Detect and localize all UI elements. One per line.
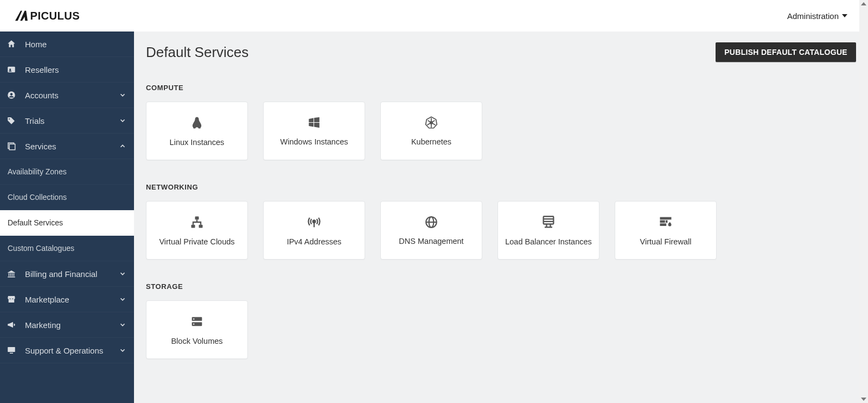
sidebar-item-label: Accounts	[25, 91, 59, 100]
chevron-down-icon	[119, 295, 126, 303]
svg-text:PICULUS: PICULUS	[30, 10, 80, 22]
publish-button[interactable]: PUBLISH DEFAULT CATALOGUE	[716, 42, 856, 62]
sidebar-item-home[interactable]: Home	[0, 32, 134, 57]
badge-icon	[5, 65, 17, 74]
sidebar-sub-availability-zones[interactable]: Availability Zones	[0, 159, 134, 185]
header: PICULUS Administration	[0, 0, 868, 32]
page-title: Default Services	[146, 44, 248, 61]
sidebar-item-label: Home	[25, 40, 47, 49]
svg-rect-10	[12, 273, 13, 276]
card-block-volumes[interactable]: Block Volumes	[146, 300, 248, 359]
cards-networking: Virtual Private Clouds IPv4 Addresses DN…	[146, 201, 856, 260]
card-loadbalancer[interactable]: Load Balancer Instances	[497, 201, 599, 260]
sidebar-item-label: Resellers	[25, 65, 59, 74]
chevron-up-icon	[119, 142, 126, 150]
svg-point-5	[9, 118, 10, 119]
section-title-storage: STORAGE	[146, 282, 856, 291]
card-label: Kubernetes	[411, 137, 451, 146]
sidebar-sub-cloud-collections[interactable]: Cloud Collections	[0, 185, 134, 210]
globe-icon	[424, 215, 438, 229]
card-label: Virtual Firewall	[640, 237, 692, 246]
card-windows-instances[interactable]: Windows Instances	[263, 102, 365, 160]
svg-rect-33	[660, 221, 665, 223]
card-linux-instances[interactable]: Linux Instances	[146, 102, 248, 160]
svg-rect-20	[199, 225, 203, 228]
svg-rect-13	[9, 299, 15, 303]
admin-dropdown-label: Administration	[787, 11, 839, 21]
tag-icon	[5, 116, 17, 125]
card-label: Block Volumes	[171, 337, 222, 345]
sidebar-sub-label: Cloud Collections	[8, 193, 67, 202]
svg-rect-12	[8, 276, 15, 278]
sidebar-item-label: Trials	[25, 116, 44, 125]
broadcast-icon	[307, 215, 322, 230]
linux-icon	[189, 115, 205, 130]
loadbalancer-icon	[541, 215, 556, 230]
svg-point-38	[193, 318, 194, 319]
svg-rect-7	[9, 144, 15, 150]
sidebar-item-marketplace[interactable]: Marketplace	[0, 287, 134, 312]
svg-rect-26	[544, 217, 554, 224]
svg-rect-19	[192, 225, 195, 228]
card-label: Load Balancer Instances	[505, 237, 592, 246]
card-ipv4[interactable]: IPv4 Addresses	[263, 201, 365, 260]
sidebar: Home Resellers Accounts Trials	[0, 32, 134, 403]
card-firewall[interactable]: Virtual Firewall	[615, 201, 717, 260]
firewall-icon	[658, 215, 673, 230]
sidebar-item-marketing[interactable]: Marketing	[0, 312, 134, 338]
svg-rect-34	[666, 221, 668, 223]
svg-rect-18	[195, 217, 199, 220]
section-title-networking: NETWORKING	[146, 183, 856, 191]
card-kubernetes[interactable]: Kubernetes	[380, 102, 482, 160]
sidebar-item-accounts[interactable]: Accounts	[0, 83, 134, 108]
sidebar-sub-label: Availability Zones	[8, 167, 67, 176]
chevron-down-icon	[119, 321, 126, 329]
svg-point-4	[10, 93, 13, 96]
svg-rect-9	[10, 273, 11, 276]
apiculus-logo-icon: PICULUS	[15, 9, 105, 22]
stack-icon	[5, 141, 17, 151]
sidebar-item-label: Marketing	[25, 320, 61, 330]
svg-rect-8	[9, 273, 10, 276]
home-icon	[5, 39, 17, 49]
scroll-down-icon	[861, 398, 866, 401]
monitor-icon	[5, 345, 17, 355]
admin-dropdown[interactable]: Administration	[787, 11, 858, 21]
kubernetes-icon	[424, 116, 438, 130]
card-label: IPv4 Addresses	[287, 237, 342, 246]
vpc-icon	[189, 215, 205, 230]
svg-rect-35	[660, 223, 667, 226]
sidebar-item-label: Billing and Financial	[25, 269, 97, 279]
sidebar-item-services[interactable]: Services	[0, 134, 134, 159]
card-label: Windows Instances	[280, 137, 348, 146]
brand-logo: PICULUS	[15, 9, 105, 22]
chevron-down-icon	[119, 347, 126, 354]
card-label: Virtual Private Clouds	[159, 237, 234, 246]
svg-rect-15	[10, 353, 13, 354]
sidebar-item-billing[interactable]: Billing and Financial	[0, 261, 134, 287]
card-label: DNS Management	[399, 237, 463, 245]
sidebar-sub-default-services[interactable]: Default Services	[0, 210, 134, 236]
svg-rect-14	[8, 347, 15, 352]
card-dns[interactable]: DNS Management	[380, 201, 482, 260]
sidebar-sub-custom-catalogues[interactable]: Custom Catalogues	[0, 236, 134, 261]
sidebar-item-trials[interactable]: Trials	[0, 108, 134, 134]
sidebar-item-resellers[interactable]: Resellers	[0, 57, 134, 83]
cards-storage: Block Volumes	[146, 300, 856, 359]
svg-point-2	[9, 68, 11, 70]
windows-icon	[307, 116, 321, 130]
card-vpc[interactable]: Virtual Private Clouds	[146, 201, 248, 260]
svg-point-39	[193, 324, 194, 325]
sidebar-item-support[interactable]: Support & Operations	[0, 338, 134, 363]
card-label: Linux Instances	[170, 138, 225, 147]
chevron-down-icon	[119, 91, 126, 99]
bank-icon	[5, 269, 17, 279]
section-title-compute: COMPUTE	[146, 84, 856, 92]
chevron-down-icon	[119, 270, 126, 278]
user-circle-icon	[5, 90, 17, 100]
svg-rect-32	[660, 217, 672, 220]
viewport-scrollbar[interactable]	[859, 0, 868, 403]
svg-rect-11	[14, 273, 15, 276]
svg-point-21	[313, 221, 316, 223]
volumes-icon	[189, 314, 205, 329]
